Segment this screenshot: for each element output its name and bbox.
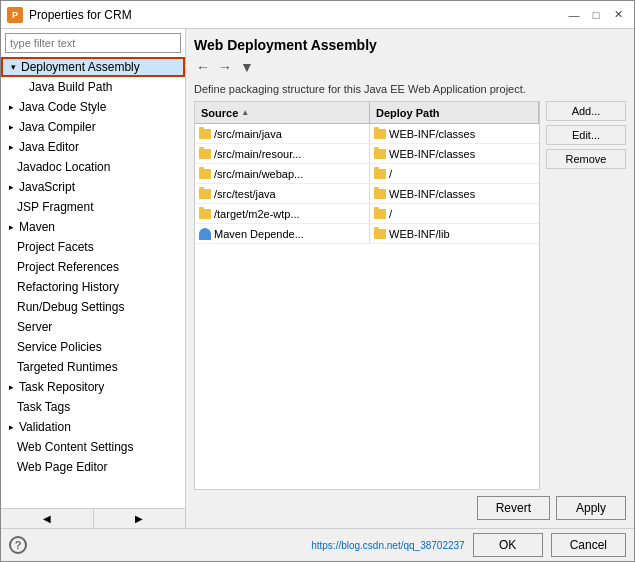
source-text: /src/test/java [214,188,276,200]
maximize-button[interactable]: □ [586,6,606,24]
back-button[interactable]: ← [194,57,212,77]
sidebar-item-web-content-settings[interactable]: Web Content Settings [1,437,185,457]
sidebar-item-web-page-editor[interactable]: Web Page Editor [1,457,185,477]
sidebar-item-java-code-style[interactable]: ▸Java Code Style [1,97,185,117]
window-title: Properties for CRM [29,8,564,22]
nav-back-button[interactable]: ◀ [1,509,94,528]
chevron-icon: ▸ [5,381,17,393]
source-cell: /src/main/java [195,124,370,143]
folder-icon [374,149,386,159]
table-row[interactable]: /target/m2e-wtp... / [195,204,539,224]
panel-toolbar: ← → ▼ [194,57,626,77]
revert-button[interactable]: Revert [477,496,550,520]
source-text: /src/main/java [214,128,282,140]
sidebar-item-label: JavaScript [19,180,75,194]
sidebar-item-label: Javadoc Location [17,160,110,174]
sidebar-item-javascript[interactable]: ▸JavaScript [1,177,185,197]
app-icon: P [7,7,23,23]
edit-button[interactable]: Edit... [546,125,626,145]
source-text: /src/main/webap... [214,168,303,180]
deploy-text: / [389,168,392,180]
remove-button[interactable]: Remove [546,149,626,169]
sidebar-item-label: JSP Fragment [17,200,93,214]
deploy-cell: WEB-INF/classes [370,184,539,203]
table-row[interactable]: /src/test/java WEB-INF/classes [195,184,539,204]
table-row[interactable]: /src/main/resour... WEB-INF/classes [195,144,539,164]
sidebar-item-run-debug-settings[interactable]: Run/Debug Settings [1,297,185,317]
deploy-cell: WEB-INF/classes [370,144,539,163]
revert-apply-bar: Revert Apply [194,496,626,520]
help-icon[interactable]: ? [9,536,27,554]
title-bar: P Properties for CRM — □ ✕ [1,1,634,29]
sidebar-item-label: Run/Debug Settings [17,300,124,314]
sidebar-item-label: Service Policies [17,340,102,354]
deploy-text: WEB-INF/classes [389,188,475,200]
source-text: /target/m2e-wtp... [214,208,300,220]
sidebar-item-label: Validation [19,420,71,434]
jar-icon [199,228,211,240]
nav-forward-button[interactable]: ▶ [94,509,186,528]
watermark-text: https://blog.csdn.net/qq_38702237 [35,540,465,551]
sidebar-item-java-editor[interactable]: ▸Java Editor [1,137,185,157]
dropdown-button[interactable]: ▼ [238,57,256,77]
sidebar-item-label: Java Code Style [19,100,106,114]
chevron-icon: ▾ [7,61,19,73]
source-text: Maven Depende... [214,228,304,240]
sidebar-item-javadoc-location[interactable]: Javadoc Location [1,157,185,177]
right-panel: Web Deployment Assembly ← → ▼ Define pac… [186,29,634,528]
filter-input[interactable] [5,33,181,53]
sidebar-item-label: Targeted Runtimes [17,360,118,374]
deploy-text: WEB-INF/classes [389,148,475,160]
assembly-table: Source ▲ Deploy Path /src/main/java WEB-… [194,101,540,490]
source-cell: Maven Depende... [195,224,370,243]
table-row[interactable]: Maven Depende... WEB-INF/lib [195,224,539,244]
source-column-header: Source ▲ [195,102,370,123]
sidebar-item-label: Task Tags [17,400,70,414]
chevron-icon: ▸ [5,141,17,153]
folder-icon [199,149,211,159]
cancel-button[interactable]: Cancel [551,533,626,557]
forward-button[interactable]: → [216,57,234,77]
properties-window: P Properties for CRM — □ ✕ ▾Deployment A… [0,0,635,562]
table-row[interactable]: /src/main/webap... / [195,164,539,184]
tree-list: ▾Deployment AssemblyJava Build Path▸Java… [1,57,185,508]
sidebar: ▾Deployment AssemblyJava Build Path▸Java… [1,29,186,528]
chevron-icon: ▸ [5,221,17,233]
sidebar-item-java-compiler[interactable]: ▸Java Compiler [1,117,185,137]
sidebar-item-server[interactable]: Server [1,317,185,337]
sidebar-item-label: Java Build Path [29,80,112,94]
help-bar: ? https://blog.csdn.net/qq_38702237 OK C… [1,528,634,561]
sidebar-item-java-build-path[interactable]: Java Build Path [1,77,185,97]
sidebar-item-task-tags[interactable]: Task Tags [1,397,185,417]
source-cell: /src/main/resour... [195,144,370,163]
sidebar-item-project-facets[interactable]: Project Facets [1,237,185,257]
source-cell: /src/main/webap... [195,164,370,183]
close-button[interactable]: ✕ [608,6,628,24]
sidebar-item-service-policies[interactable]: Service Policies [1,337,185,357]
sidebar-item-targeted-runtimes[interactable]: Targeted Runtimes [1,357,185,377]
sidebar-item-validation[interactable]: ▸Validation [1,417,185,437]
sidebar-item-maven[interactable]: ▸Maven [1,217,185,237]
sidebar-item-project-references[interactable]: Project References [1,257,185,277]
sidebar-item-task-repository[interactable]: ▸Task Repository [1,377,185,397]
folder-icon [374,229,386,239]
deploy-cell: / [370,164,539,183]
sidebar-item-jsp-fragment[interactable]: JSP Fragment [1,197,185,217]
table-row[interactable]: /src/main/java WEB-INF/classes [195,124,539,144]
ok-button[interactable]: OK [473,533,543,557]
apply-button[interactable]: Apply [556,496,626,520]
chevron-icon: ▸ [5,181,17,193]
deploy-cell: / [370,204,539,223]
sidebar-item-label: Project References [17,260,119,274]
sidebar-item-deployment-assembly[interactable]: ▾Deployment Assembly [1,57,185,77]
sidebar-item-refactoring-history[interactable]: Refactoring History [1,277,185,297]
sidebar-item-label: Web Page Editor [17,460,108,474]
folder-icon [374,129,386,139]
minimize-button[interactable]: — [564,6,584,24]
sidebar-item-label: Server [17,320,52,334]
panel-description: Define packaging structure for this Java… [194,83,626,95]
add-button[interactable]: Add... [546,101,626,121]
folder-icon [199,209,211,219]
sidebar-nav: ◀ ▶ [1,508,185,528]
window-controls: — □ ✕ [564,6,628,24]
